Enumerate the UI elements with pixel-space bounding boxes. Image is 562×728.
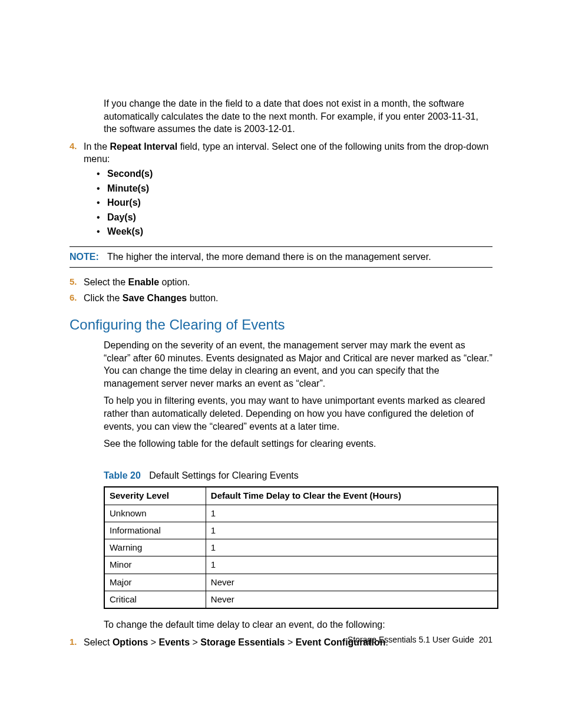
clearing-events-table: Severity Level Default Time Delay to Cle…	[104, 486, 498, 609]
step-4: 4. In the Repeat Interval field, type an…	[70, 140, 492, 238]
table-row: MajorNever	[104, 574, 498, 591]
note-rule-bottom	[70, 267, 492, 268]
unit-seconds: Second(s)	[97, 167, 492, 180]
table-row: Unknown1	[104, 505, 498, 522]
table-row: Warning1	[104, 539, 498, 556]
intro-paragraph: If you change the date in the field to a…	[104, 97, 492, 136]
page-footer: Storage Essentials 5.1 User Guide 201	[348, 634, 492, 645]
section-p2: To help you in filtering events, you may…	[104, 394, 492, 433]
step-6-number: 6.	[70, 292, 77, 304]
section-p3: See the following table for the default …	[104, 437, 492, 450]
step-5: 5. Select the Enable option.	[70, 276, 492, 289]
table-caption: Table 20 Default Settings for Clearing E…	[104, 469, 492, 482]
note-label: NOTE:	[70, 252, 99, 262]
step-4-number: 4.	[70, 140, 77, 152]
note-text: The higher the interval, the more demand…	[107, 252, 431, 262]
col-severity: Severity Level	[104, 487, 206, 505]
step-1b-number: 1.	[70, 636, 77, 648]
unit-minutes: Minute(s)	[97, 182, 492, 195]
col-delay: Default Time Delay to Clear the Event (H…	[206, 487, 498, 505]
section-p4: To change the default time delay to clea…	[104, 618, 492, 631]
step-5-number: 5.	[70, 276, 77, 288]
note-block: NOTE: The higher the interval, the more …	[70, 246, 492, 268]
section-p1: Depending on the severity of an event, t…	[104, 339, 492, 390]
step-4-text: In the Repeat Interval field, type an in…	[84, 141, 489, 164]
section-heading: Configuring the Clearing of Events	[70, 315, 492, 334]
table-row: Informational1	[104, 522, 498, 539]
unit-weeks: Week(s)	[97, 225, 492, 238]
step-6: 6. Click the Save Changes button.	[70, 292, 492, 305]
table-row: Minor1	[104, 556, 498, 574]
table-row: CriticalNever	[104, 591, 498, 608]
step-1b-text: Select Options > Events > Storage Essent…	[84, 637, 388, 647]
unit-hours: Hour(s)	[97, 196, 492, 209]
unit-days: Day(s)	[97, 211, 492, 224]
